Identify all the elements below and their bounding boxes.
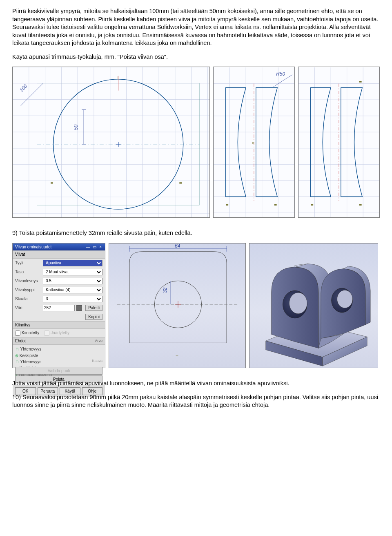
sketch-right: = = = (298, 67, 380, 218)
input-vari[interactable] (43, 305, 75, 311)
paragraph-2: Käytä apunasi trimmaus-työkaluja, mm. "P… (12, 53, 380, 61)
label-vari: Väri (15, 305, 41, 311)
equal-mark: = (179, 181, 182, 186)
select-viivatyyppi[interactable]: Katkoviiva (4) (43, 287, 102, 293)
color-swatch[interactable] (76, 305, 82, 311)
panel-section-ehdot: EhdotArvo (13, 337, 105, 345)
constraints-list: ⫛ Yhtenevyys ⊗ Keskipiste ⫛ Yhtenevyys ⊗… (13, 345, 105, 364)
select-taso[interactable]: 2 Muut viivat (43, 269, 102, 275)
svg-point-77 (337, 290, 353, 308)
select-skaala[interactable]: 3 (43, 296, 102, 302)
dim-r50: R50 (276, 71, 285, 77)
window-buttons[interactable]: — ▭ × (86, 244, 102, 250)
button-vaihda-puoli[interactable]: Vaihda puoli (15, 367, 102, 375)
select-viivanleveys[interactable]: 0.5 (43, 278, 102, 284)
paragraph-5: 10) Seuraavaksi pursotetaan 90mm pitkä 2… (12, 393, 380, 409)
dim-64: 64 (175, 243, 180, 249)
sketch-hole-top: 64 32 = (109, 243, 246, 368)
panel-section-viivat: Viivat (13, 250, 105, 259)
equal-mark: = (359, 79, 362, 85)
svg-point-75 (289, 293, 307, 314)
equal-mark: = (359, 203, 362, 208)
paragraph-4: Jotta voisit jättää piirtämäsi apuviivat… (12, 380, 380, 388)
button-paletti[interactable]: Paletti (85, 305, 102, 311)
dim-50: 50 (73, 125, 79, 130)
sketch-circle: 100 50 = = ⊥ (12, 67, 210, 218)
button-kopioi[interactable]: Kopioi (85, 314, 102, 320)
figure-row-1: 100 50 = = ⊥ R50 = (12, 67, 380, 218)
select-tyyli[interactable]: Apuviiva (43, 260, 102, 266)
line-properties-panel: Viivan ominaisuudet — ▭ × Viivat Tyyli A… (12, 243, 105, 368)
center-mark: × (252, 141, 254, 145)
label-skaala: Skaala (15, 296, 41, 302)
paragraph-3: 9) Toista poistamismenettely 32mm reiäll… (12, 229, 380, 237)
label-viivanleveys: Viivanleveys (15, 278, 41, 284)
dim-100: 100 (18, 83, 28, 93)
panel-section-kiinnitys: Kiinnitys (13, 321, 105, 329)
equal-mark: = (226, 203, 229, 208)
equal-mark: = (274, 203, 277, 208)
sketch-middle: R50 = = × (213, 67, 295, 218)
list-item[interactable]: ⫛ Yhtenevyys (15, 346, 102, 353)
tangent-mark: ⊥ (116, 76, 120, 80)
3d-view (249, 243, 378, 368)
equal-mark: = (51, 181, 53, 186)
equal-mark: = (176, 352, 178, 357)
checkbox-jaadytetty[interactable]: Jäädytetty (44, 330, 69, 336)
dim-32: 32 (162, 288, 168, 293)
panel-titlebar: Viivan ominaisuudet — ▭ × (13, 243, 105, 251)
label-viivatyyppi: Viivatyyppi (15, 287, 41, 293)
panel-title: Viivan ominaisuudet (15, 244, 51, 250)
checkbox-kiinnitetty[interactable]: Kiinnitetty (15, 330, 39, 336)
label-tyyli: Tyyli (15, 260, 41, 266)
equal-mark: = (311, 203, 314, 208)
label-taso: Taso (15, 269, 41, 275)
paragraph-1: Piirrä keskiviivalle ympyrä, mitoita se … (12, 7, 380, 47)
figure-row-2: Viivan ominaisuudet — ▭ × Viivat Tyyli A… (12, 243, 380, 368)
